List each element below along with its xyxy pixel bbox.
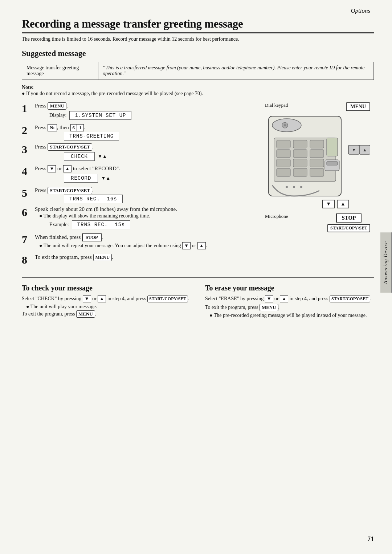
erase-line-1: Select "ERASE" by pressing ▼ or ▲ in ste… — [205, 295, 374, 302]
svg-rect-7 — [310, 140, 324, 148]
step-6-number: 6 — [22, 206, 35, 218]
step-5-display: TRNS REC. 16s — [64, 196, 258, 202]
page-header: Options — [22, 7, 374, 15]
step-2: 2 Press №, then 61. TRNS-GREETING — [22, 124, 258, 139]
step-8-text: To exit the program, press MENU. — [35, 254, 258, 261]
svg-rect-17 — [327, 138, 338, 156]
divider — [22, 277, 374, 278]
step-4-content: Press ▼ or ▲ to select "RECORD". RECORD … — [35, 165, 258, 183]
check-section: To check your message Select "CHECK" by … — [22, 284, 191, 318]
step-1-text: Press MENU. — [35, 102, 258, 110]
step-7-content: When finished, press STOP. ● The unit wi… — [35, 233, 258, 249]
svg-rect-5 — [277, 140, 290, 148]
table-col2: “This is a transferred message from (you… — [98, 62, 374, 80]
check-line-1: Select "CHECK" by pressing ▼ or ▲ in ste… — [22, 295, 191, 302]
device-illustration: ▼ ▲ — [265, 113, 370, 207]
svg-point-22 — [300, 186, 302, 188]
step-1-content: Press MENU. Display: 1.SYSTEM SET UP — [35, 102, 258, 120]
svg-rect-9 — [293, 150, 307, 158]
suggested-message-title: Suggested message — [22, 49, 374, 58]
svg-rect-14 — [277, 168, 290, 176]
step-2-text: Press №, then 61. — [35, 124, 258, 131]
svg-rect-6 — [293, 140, 307, 148]
step-2-number: 2 — [22, 124, 35, 136]
step-8-content: To exit the program, press MENU. — [35, 254, 258, 261]
svg-rect-12 — [293, 159, 307, 167]
erase-title: To erase your message — [205, 284, 374, 292]
svg-text:▲: ▲ — [363, 147, 367, 152]
svg-rect-16 — [310, 168, 324, 176]
svg-rect-13 — [310, 159, 324, 167]
step-1: 1 Press MENU. Display: 1.SYSTEM SET UP — [22, 102, 258, 120]
suggested-message-table: Message transfer greeting message “This … — [22, 62, 374, 80]
nav-buttons-row: ▼ ▲ — [322, 200, 349, 208]
note-section: Note: ● If you do not record a message, … — [22, 84, 374, 97]
start-copy-set-button[interactable]: START/COPY/SET — [327, 224, 370, 232]
note-label: Note: — [22, 85, 34, 90]
step-3-number: 3 — [22, 143, 35, 155]
step-1-display: Display: 1.SYSTEM SET UP — [49, 111, 258, 120]
dial-keypad-label: Dial keypad — [265, 102, 288, 111]
device-bottom-labels: Microphone STOP START/COPY/SET — [261, 213, 374, 232]
erase-section: To erase your message Select "ERASE" by … — [205, 284, 374, 318]
stop-button[interactable]: STOP — [336, 213, 362, 223]
step-5-text: Press START/COPY/SET. — [35, 187, 258, 194]
answering-device-tab: Answering Device — [380, 232, 392, 293]
check-line-2: ● The unit will play your message. — [26, 304, 191, 310]
erase-line-2: To exit the program, press MENU. — [205, 304, 374, 311]
step-1-number: 1 — [22, 102, 35, 114]
step-7-text: When finished, press STOP. — [35, 233, 258, 241]
device-svg: ▼ ▲ — [265, 113, 370, 207]
step-2-display: TRNS-GREETING — [64, 133, 258, 139]
down-button[interactable]: ▼ — [322, 200, 335, 208]
step-8-number: 8 — [22, 254, 35, 266]
svg-rect-19 — [327, 162, 338, 165]
up-button[interactable]: ▲ — [337, 200, 349, 208]
svg-rect-11 — [277, 159, 290, 167]
step-4-number: 4 — [22, 165, 35, 177]
step-6-text: Speak clearly about 20 cm (8 inches) awa… — [35, 206, 258, 212]
step-3-text: Press START/COPY/SET. — [35, 143, 258, 151]
subtitle: The recording time is limited to 16 seco… — [22, 36, 374, 42]
step-5-number: 5 — [22, 187, 35, 199]
check-line-3: To exit the program, press MENU. — [22, 310, 191, 318]
step-5-content: Press START/COPY/SET. TRNS REC. 16s — [35, 187, 258, 202]
step-7: 7 When finished, press STOP. ● The unit … — [22, 233, 258, 249]
svg-point-21 — [293, 186, 295, 188]
erase-line-3: ● The pre-recorded greeting message will… — [209, 313, 374, 318]
step-7-number: 7 — [22, 233, 35, 245]
svg-text:▼: ▼ — [352, 147, 356, 152]
step-5: 5 Press START/COPY/SET. TRNS REC. 16s — [22, 187, 258, 202]
svg-rect-10 — [310, 150, 324, 158]
step-6-example: Example: TRNS REC. 15s — [49, 220, 258, 229]
steps-device-container: 1 Press MENU. Display: 1.SYSTEM SET UP 2… — [22, 102, 374, 270]
svg-point-20 — [286, 186, 288, 188]
microphone-label: Microphone — [265, 213, 288, 232]
step-6-content: Speak clearly about 20 cm (8 inches) awa… — [35, 206, 258, 229]
bottom-sections: To check your message Select "CHECK" by … — [22, 284, 374, 318]
step-2-content: Press №, then 61. TRNS-GREETING — [35, 124, 258, 139]
step-3-content: Press START/COPY/SET. CHECK ▼▲ — [35, 143, 258, 161]
menu-button[interactable]: MENU — [346, 102, 370, 111]
step-6-bullet: ● The display will show the remaining re… — [39, 213, 258, 219]
stop-start-buttons: STOP START/COPY/SET — [327, 213, 370, 232]
table-col1: Message transfer greeting message — [22, 62, 98, 80]
device-top-labels: Dial keypad MENU — [261, 102, 374, 111]
step-7-bullet: ● The unit will repeat your message. You… — [39, 242, 258, 249]
step-4-text: Press ▼ or ▲ to select "RECORD". — [35, 165, 258, 172]
main-title: Recording a message transfer greeting me… — [22, 17, 374, 33]
svg-rect-8 — [277, 150, 290, 158]
svg-rect-15 — [293, 168, 307, 176]
device-column: Dial keypad MENU — [261, 102, 374, 270]
steps-column: 1 Press MENU. Display: 1.SYSTEM SET UP 2… — [22, 102, 261, 270]
suggested-message-section: Suggested message Message transfer greet… — [22, 49, 374, 80]
step-8: 8 To exit the program, press MENU. — [22, 254, 258, 266]
step-4: 4 Press ▼ or ▲ to select "RECORD". RECOR… — [22, 165, 258, 183]
check-title: To check your message — [22, 284, 191, 292]
svg-point-3 — [284, 124, 286, 126]
page-number: 71 — [367, 535, 374, 543]
note-text: ● If you do not record a message, the pr… — [22, 91, 203, 96]
step-4-display: RECORD ▼▲ — [64, 174, 258, 183]
step-3-display: CHECK ▼▲ — [64, 152, 258, 161]
step-6: 6 Speak clearly about 20 cm (8 inches) a… — [22, 206, 258, 229]
